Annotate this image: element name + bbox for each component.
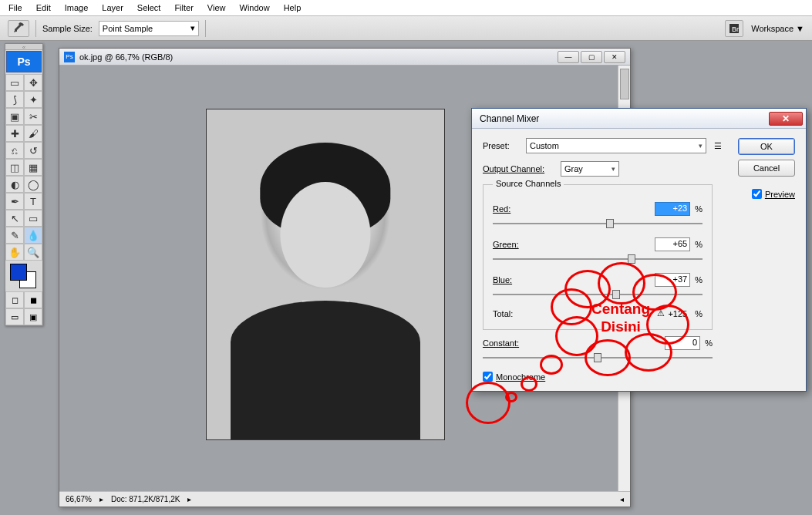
screen-mode-icon[interactable]: ▭ <box>5 308 24 325</box>
bridge-icon[interactable]: Br <box>725 20 743 37</box>
blur-tool[interactable]: ◐ <box>5 176 24 193</box>
menu-file[interactable]: File <box>2 1 29 15</box>
output-channel-value: Gray <box>564 164 583 173</box>
eyedropper-tool[interactable]: 💧 <box>24 227 42 244</box>
eyedropper-tool-icon[interactable] <box>8 20 29 37</box>
portrait-image <box>207 109 444 439</box>
zoom-menu-icon[interactable]: ▸ <box>99 495 103 503</box>
sample-size-value: Point Sample <box>103 24 153 33</box>
document-titlebar[interactable]: Ps ok.jpg @ 66,7% (RGB/8) — ▢ ✕ <box>59 49 630 66</box>
chevron-down-icon: ▾ <box>190 23 195 33</box>
brush-tool[interactable]: 🖌 <box>24 125 42 142</box>
preview-label: Preview <box>765 190 795 199</box>
preset-select[interactable]: Custom ▾ <box>526 138 706 153</box>
menu-help[interactable]: Help <box>277 1 308 15</box>
slice-tool[interactable]: ✂ <box>24 108 42 125</box>
zoom-tool[interactable]: 🔍 <box>24 244 42 261</box>
shape-tool[interactable]: ▭ <box>24 210 42 227</box>
blue-value-input[interactable]: +37 <box>655 273 690 287</box>
zoom-level[interactable]: 66,67% <box>66 495 92 503</box>
preview-checkbox[interactable] <box>752 189 762 199</box>
menu-filter[interactable]: Filter <box>167 1 200 15</box>
chevron-down-icon: ▾ <box>612 165 615 173</box>
ok-button[interactable]: OK <box>738 138 795 155</box>
menu-window[interactable]: Window <box>233 1 277 15</box>
hand-tool[interactable]: ✋ <box>5 244 24 261</box>
source-channels-legend: Source Channels <box>493 179 564 188</box>
menu-layer[interactable]: Layer <box>95 1 130 15</box>
status-bar: 66,67% ▸ Doc: 871,2K/871,2K ▸ ◂ <box>59 491 630 507</box>
dodge-tool[interactable]: ◯ <box>24 176 42 193</box>
menu-image[interactable]: Image <box>58 1 96 15</box>
toolbox: « Ps ▭ ✥ ⟆ ✦ ▣ ✂ ✚ 🖌 ⎌ ↺ ◫ ▦ ◐ ◯ ✒ T ↖ ▭… <box>5 43 43 326</box>
green-value-input[interactable]: +65 <box>655 237 690 251</box>
preset-menu-icon[interactable]: ☰ <box>714 141 722 151</box>
total-value: +125 <box>668 309 687 318</box>
channel-mixer-dialog: Channel Mixer ✕ OK Cancel Preview Preset… <box>471 108 807 392</box>
eraser-tool[interactable]: ◫ <box>5 159 24 176</box>
move-tool[interactable]: ✥ <box>24 74 42 91</box>
sample-size-select[interactable]: Point Sample ▾ <box>99 21 199 36</box>
percent-label: % <box>695 309 702 318</box>
color-swatch[interactable] <box>5 261 42 291</box>
percent-label: % <box>695 275 702 284</box>
total-label: Total: <box>493 309 657 318</box>
document-icon: Ps <box>64 52 75 62</box>
notes-tool[interactable]: ✎ <box>5 227 24 244</box>
close-button[interactable]: ✕ <box>604 51 625 63</box>
workspace-switcher[interactable]: Workspace ▼ <box>751 24 804 33</box>
svg-text:Br: Br <box>732 25 739 33</box>
menu-view[interactable]: View <box>200 1 233 15</box>
green-label: Green: <box>493 240 655 249</box>
doc-info[interactable]: Doc: 871,2K/871,2K <box>111 495 180 503</box>
monochrome-checkbox[interactable] <box>483 372 493 382</box>
constant-slider[interactable] <box>483 352 713 364</box>
output-channel-select[interactable]: Gray ▾ <box>561 161 619 177</box>
percent-label: % <box>705 338 713 348</box>
workspace-label: Workspace ▼ <box>751 24 804 33</box>
dialog-close-button[interactable]: ✕ <box>769 112 803 126</box>
pen-tool[interactable]: ✒ <box>5 193 24 210</box>
toolbox-handle[interactable]: « <box>5 44 42 50</box>
document-title: ok.jpg @ 66,7% (RGB/8) <box>79 52 173 62</box>
marquee-tool[interactable]: ▭ <box>5 74 24 91</box>
crop-tool[interactable]: ▣ <box>5 108 24 125</box>
menu-edit[interactable]: Edit <box>29 1 58 15</box>
gradient-tool[interactable]: ▦ <box>24 159 42 176</box>
warning-icon: ⚠ <box>657 308 665 318</box>
path-tool[interactable]: ↖ <box>5 210 24 227</box>
screen-mode2-icon[interactable]: ▣ <box>24 308 42 325</box>
magic-wand-tool[interactable]: ✦ <box>24 91 42 108</box>
red-value-input[interactable]: +23 <box>655 202 690 216</box>
preset-label: Preset: <box>483 141 521 150</box>
blue-label: Blue: <box>493 275 655 284</box>
heal-tool[interactable]: ✚ <box>5 125 24 142</box>
doc-info-menu-icon[interactable]: ▸ <box>187 495 191 503</box>
lasso-tool[interactable]: ⟆ <box>5 91 24 108</box>
constant-value-input[interactable]: 0 <box>665 336 700 350</box>
ps-logo-icon: Ps <box>6 51 42 72</box>
output-channel-label: Output Channel: <box>483 164 556 173</box>
type-tool[interactable]: T <box>24 193 42 210</box>
image-canvas[interactable] <box>206 109 445 440</box>
percent-label: % <box>695 204 702 214</box>
dialog-titlebar[interactable]: Channel Mixer ✕ <box>472 109 806 129</box>
red-slider[interactable] <box>493 217 702 230</box>
green-slider[interactable] <box>493 253 702 265</box>
constant-label: Constant: <box>483 338 665 348</box>
dialog-title: Channel Mixer <box>480 113 539 124</box>
quickmask-mode-icon[interactable]: ◼ <box>24 291 42 308</box>
history-brush-tool[interactable]: ↺ <box>24 142 42 159</box>
cancel-button[interactable]: Cancel <box>738 160 795 177</box>
red-label: Red: <box>493 204 655 214</box>
hscroll-left-icon[interactable]: ◂ <box>620 495 624 503</box>
preset-value: Custom <box>530 141 559 150</box>
options-bar: Sample Size: Point Sample ▾ Br Workspace… <box>0 15 812 41</box>
standard-mode-icon[interactable]: ◻ <box>5 291 24 308</box>
maximize-button[interactable]: ▢ <box>581 51 602 63</box>
menu-select[interactable]: Select <box>130 1 168 15</box>
foreground-color-swatch[interactable] <box>10 264 27 281</box>
blue-slider[interactable] <box>493 288 702 301</box>
stamp-tool[interactable]: ⎌ <box>5 142 24 159</box>
minimize-button[interactable]: — <box>558 51 579 63</box>
